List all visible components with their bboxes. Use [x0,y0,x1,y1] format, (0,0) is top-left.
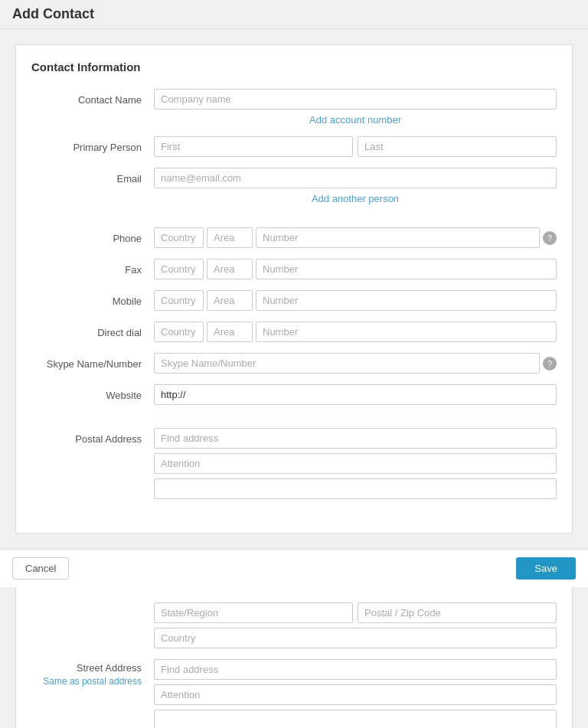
email-input[interactable] [154,168,557,188]
mobile-row: Mobile [31,290,557,311]
skype-row: Skype Name/Number ? [31,353,557,374]
contact-name-label: Contact Name [31,89,154,106]
contact-name-input[interactable] [154,89,557,109]
primary-person-row: Primary Person [31,136,557,157]
postal-state-label-spacer [31,602,154,608]
website-label: Website [31,384,154,401]
email-row: Email Add another person [31,168,557,204]
footer-bar: Cancel Save [0,549,588,587]
fax-label: Fax [31,259,154,276]
direct-area-input[interactable] [207,322,253,342]
street-address-label: Street Address [31,662,142,674]
form-card: Contact Information Contact Name Add acc… [15,44,573,534]
mobile-area-input[interactable] [207,290,253,311]
direct-number-input[interactable] [256,322,557,342]
postal-street-input[interactable] [154,478,557,499]
add-another-person-button[interactable]: Add another person [154,193,557,204]
phone-number-input[interactable] [256,227,540,248]
direct-dial-row: Direct dial [31,322,557,342]
website-row: Website [31,384,557,405]
skype-label: Skype Name/Number [31,353,154,370]
street-line2-input[interactable] [154,710,557,728]
street-attention-input[interactable] [154,684,557,705]
phone-area-input[interactable] [207,227,253,248]
save-button[interactable]: Save [516,557,576,579]
fax-area-input[interactable] [207,259,253,279]
fax-row: Fax [31,259,557,279]
first-name-input[interactable] [154,136,353,157]
postal-find-input[interactable] [154,428,557,449]
fax-number-input[interactable] [256,259,557,279]
postal-address-row: Postal Address [31,428,557,499]
cancel-button[interactable]: Cancel [12,557,69,579]
mobile-number-input[interactable] [256,290,557,311]
website-input[interactable] [154,384,557,405]
skype-help-icon[interactable]: ? [543,357,557,371]
street-address-label-group: Street Address Same as postal address [31,659,154,687]
phone-country-input[interactable] [154,227,204,248]
phone-label: Phone [31,227,154,244]
postal-country-input[interactable] [154,628,557,648]
phone-help-icon[interactable]: ? [543,231,557,245]
form-card-continued: Street Address Same as postal address [15,587,573,728]
phone-row: Phone ? [31,227,557,248]
last-name-input[interactable] [358,136,557,157]
add-account-number-button[interactable]: Add account number [154,114,557,126]
skype-input[interactable] [154,353,540,374]
section-title: Contact Information [31,60,557,73]
contact-name-row: Contact Name Add account number [31,89,557,126]
direct-country-input[interactable] [154,322,204,342]
postal-zip-input[interactable] [358,602,557,623]
postal-state-row [31,602,557,648]
street-address-row: Street Address Same as postal address [31,659,557,728]
fax-country-input[interactable] [154,259,204,279]
street-find-input[interactable] [154,659,557,680]
page-header: Add Contact [0,0,588,29]
postal-attention-input[interactable] [154,453,557,474]
mobile-country-input[interactable] [154,290,204,311]
primary-person-label: Primary Person [31,136,154,153]
direct-dial-label: Direct dial [31,322,154,338]
page-title: Add Contact [12,6,576,22]
email-label: Email [31,168,154,184]
mobile-label: Mobile [31,290,154,307]
same-as-postal-button[interactable]: Same as postal address [43,676,142,687]
postal-state-input[interactable] [154,602,353,623]
postal-address-label: Postal Address [31,428,154,445]
